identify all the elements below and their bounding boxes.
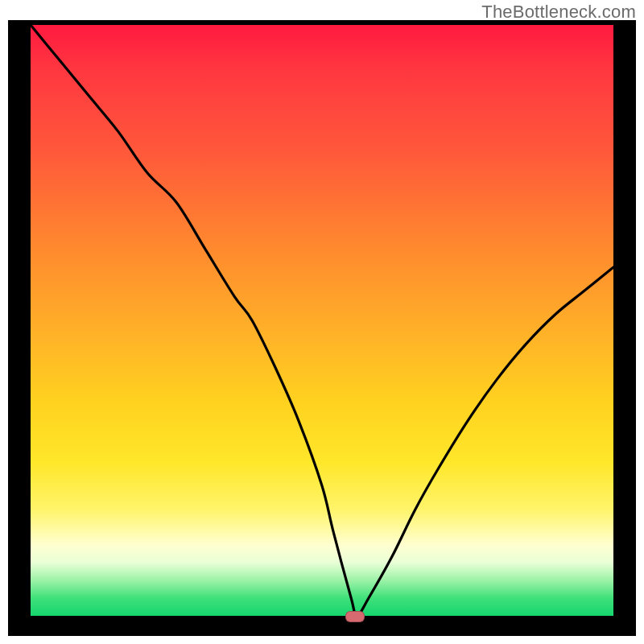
optimum-marker [345,611,365,622]
watermark-text: TheBottleneck.com [481,2,636,23]
plot-area [31,25,613,616]
bottleneck-curve [31,25,613,616]
chart-frame [8,20,636,636]
page-root: TheBottleneck.com [0,0,644,644]
